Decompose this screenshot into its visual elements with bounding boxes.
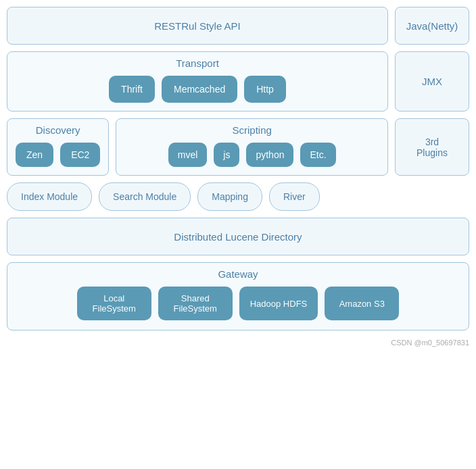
discovery-container: Discovery Zen EC2 (7, 118, 109, 176)
transport-title: Transport (16, 57, 379, 69)
restful-api-box: RESTRul Style API (7, 7, 388, 45)
transport-thrift: Thrift (109, 76, 155, 103)
row-restful: RESTRul Style API Java(Netty) (7, 7, 469, 45)
jmx-box: JMX (395, 51, 469, 112)
scripting-mvel: mvel (168, 143, 208, 167)
discovery-ec2: EC2 (60, 143, 100, 167)
discovery-inner: Zen EC2 (16, 143, 100, 167)
gateway-inner: Local FileSystem Shared FileSystem Hadoo… (16, 287, 460, 320)
jmx-label: JMX (422, 76, 442, 87)
gateway-hadoop: Hadoop HDFS (239, 287, 318, 320)
row-modules: Index Module Search Module Mapping River (7, 182, 469, 211)
row-lucene: Distributed Lucene Directory (7, 218, 469, 255)
module-search: Search Module (99, 182, 191, 211)
watermark: CSDN @m0_50697831 (7, 339, 469, 347)
discovery-zen: Zen (16, 143, 53, 167)
transport-http: Http (244, 76, 286, 103)
row-transport: Transport Thrift Memcached Http JMX (7, 51, 469, 112)
module-index: Index Module (7, 182, 92, 211)
gateway-amazon: Amazon S3 (325, 287, 399, 320)
scripting-python: python (246, 143, 293, 167)
gateway-shared-fs: Shared FileSystem (158, 287, 233, 320)
java-netty-label: Java(Netty) (406, 20, 458, 32)
module-river: River (269, 182, 320, 211)
plugins-box: 3rd Plugins (395, 118, 469, 176)
scripting-etc: Etc. (300, 143, 335, 167)
restful-api-label: RESTRul Style API (154, 20, 241, 32)
gateway-local-fs: Local FileSystem (77, 287, 151, 320)
plugins-label: 3rd Plugins (416, 137, 448, 158)
lucene-label: Distributed Lucene Directory (174, 231, 302, 243)
scripting-title: Scripting (124, 124, 379, 136)
main-layout: RESTRul Style API Java(Netty) Transport … (7, 7, 469, 347)
transport-container: Transport Thrift Memcached Http (7, 51, 388, 112)
scripting-inner: mvel js python Etc. (124, 143, 379, 167)
scripting-container: Scripting mvel js python Etc. (116, 118, 388, 176)
gateway-title: Gateway (16, 268, 460, 280)
row-discovery-scripting: Discovery Zen EC2 Scripting mvel js (7, 118, 469, 176)
scripting-js: js (214, 143, 239, 167)
discovery-title: Discovery (16, 124, 100, 136)
module-mapping: Mapping (197, 182, 262, 211)
gateway-container: Gateway Local FileSystem Shared FileSyst… (7, 262, 469, 330)
java-netty-box: Java(Netty) (395, 7, 469, 45)
transport-memcached: Memcached (162, 76, 237, 103)
lucene-box: Distributed Lucene Directory (7, 218, 469, 255)
transport-inner: Thrift Memcached Http (16, 76, 379, 103)
